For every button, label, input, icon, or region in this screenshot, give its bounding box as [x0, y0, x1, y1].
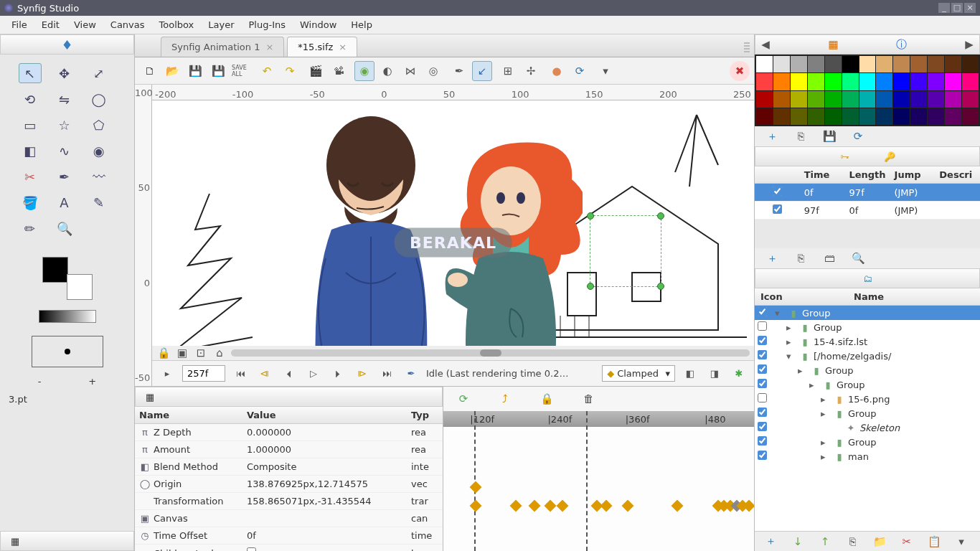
palette-swatch[interactable] — [962, 73, 979, 90]
handle-icon[interactable] — [657, 212, 664, 220]
tool-smooth-move[interactable]: ✥ — [53, 63, 76, 83]
palette-swatch[interactable] — [791, 56, 807, 72]
mode-onion[interactable]: ◎ — [423, 61, 443, 81]
palette-swatch[interactable] — [928, 56, 944, 72]
tool-spline[interactable]: ∿ — [53, 141, 76, 161]
palette-swatch[interactable] — [893, 73, 910, 90]
palette-swatch[interactable] — [928, 108, 944, 125]
palette-swatch[interactable] — [773, 91, 790, 108]
tool-star[interactable]: ☆ — [53, 115, 76, 135]
palette-swatch[interactable] — [928, 73, 944, 90]
layer-row[interactable]: ▸▮Group — [755, 320, 980, 334]
layer-row[interactable]: ▸▮man — [755, 449, 980, 463]
keyframe-props-button[interactable]: 🔍 — [848, 248, 868, 268]
onion-skin[interactable]: ● — [547, 61, 567, 81]
tool-lasso[interactable]: ◉ — [88, 141, 110, 161]
keyframe-row[interactable]: 0f97f(JMP) — [755, 184, 980, 202]
handle-icon[interactable] — [587, 212, 594, 220]
menu-window[interactable]: Window — [294, 17, 342, 32]
palette-swatch[interactable] — [910, 108, 927, 125]
tool-text[interactable]: A — [53, 192, 76, 212]
palette-swatch[interactable] — [910, 91, 927, 108]
keyframe-icon[interactable] — [672, 500, 684, 512]
snap-grid[interactable]: ✢ — [521, 61, 541, 81]
palette-swatch[interactable] — [842, 73, 859, 90]
selection-box[interactable] — [590, 215, 661, 287]
param-row[interactable]: Transformation158.865071px,-31.435544tra… — [135, 493, 443, 510]
palette-swatch[interactable] — [756, 91, 773, 108]
palette-swatch[interactable] — [842, 56, 859, 72]
menu-view[interactable]: View — [68, 17, 102, 32]
menu-edit[interactable]: Edit — [36, 17, 65, 32]
tooloptions-handle[interactable]: ▦ — [0, 531, 134, 551]
layer-cut-button[interactable]: ✂ — [897, 532, 917, 552]
save-as-button[interactable]: 💾 — [208, 61, 228, 81]
prev-keyframe-button[interactable]: ⧏ — [255, 364, 274, 383]
tool-circle[interactable]: ◯ — [88, 89, 110, 109]
play-button[interactable]: ▷ — [304, 364, 323, 383]
tool-draw[interactable]: ✒ — [53, 166, 76, 187]
menu-canvas[interactable]: Canvas — [105, 17, 151, 32]
palette-swatch[interactable] — [910, 73, 927, 90]
palette-swatch[interactable] — [945, 56, 961, 72]
palette-swatch[interactable] — [910, 56, 927, 72]
info-icon[interactable]: ⓘ — [891, 34, 911, 55]
background-color[interactable] — [67, 274, 93, 300]
toolbar-dropdown[interactable]: ▾ — [595, 61, 616, 81]
brush-increase[interactable]: + — [88, 376, 96, 387]
palette-swatch[interactable] — [808, 73, 824, 90]
seek-end-button[interactable]: ⏭ — [377, 364, 396, 383]
menu-file[interactable]: File — [6, 17, 33, 32]
palette-swatch[interactable] — [945, 108, 961, 125]
show-grid[interactable]: ⊞ — [498, 61, 518, 81]
tool-cutout[interactable]: ✂ — [19, 166, 42, 187]
tool-rectangle[interactable]: ▭ — [19, 115, 42, 135]
nav-next-icon[interactable]: ▶ — [959, 34, 979, 55]
new-file-button[interactable]: 🗋 — [139, 61, 159, 81]
param-row[interactable]: ▣Canvascan — [135, 510, 443, 527]
layer-row[interactable]: ▾▮Group — [755, 306, 980, 320]
handle-icon[interactable] — [657, 283, 664, 290]
toolbox-handle[interactable]: ♦ — [0, 34, 134, 55]
palette-swatch[interactable] — [791, 73, 807, 90]
layer-row[interactable]: ▾▮[/home/zelgadis/ — [755, 349, 980, 363]
render-button[interactable]: 🎬 — [306, 61, 326, 81]
tool-zoom[interactable]: 🔍 — [53, 218, 76, 238]
stop-button[interactable]: ✖ — [730, 61, 750, 81]
color-palette[interactable] — [755, 55, 980, 126]
time-ruler[interactable]: |120f|240f|360f|480 — [443, 411, 754, 427]
menu-help[interactable]: Help — [345, 17, 378, 32]
seek-start-button[interactable]: ⏮ — [231, 364, 250, 383]
nav-prev-icon[interactable]: ◀ — [755, 34, 776, 55]
palette-handle[interactable]: ◀ ▦ ⓘ ▶ — [755, 34, 980, 55]
param-row[interactable]: ◯Origin138.876925px,12.714575vec — [135, 476, 443, 493]
next-keyframe-button[interactable]: ⧐ — [353, 364, 372, 383]
save-button[interactable]: 💾 — [185, 61, 205, 81]
save-all-button[interactable]: SAVE ALL — [231, 61, 251, 81]
palette-swatch[interactable] — [962, 108, 979, 125]
palette-swatch[interactable] — [773, 108, 790, 125]
preview-button[interactable]: 📽 — [329, 61, 349, 81]
param-row[interactable]: ◧Blend MethodCompositeinte — [135, 458, 443, 476]
palette-swatch[interactable] — [893, 91, 910, 108]
tool-transform[interactable]: ↖ — [19, 63, 42, 83]
canvas[interactable]: BERAKAL — [152, 100, 754, 346]
palette-swatch[interactable] — [756, 56, 773, 72]
palette-swatch[interactable] — [962, 91, 979, 108]
palette-swatch[interactable] — [893, 108, 910, 125]
keyframe-icon[interactable] — [600, 500, 612, 512]
param-row[interactable]: πZ Depth0.000000rea — [135, 424, 443, 441]
palette-swatch[interactable] — [928, 91, 944, 108]
params-handle[interactable]: ▦ — [135, 387, 443, 407]
tool-eyedrop[interactable]: ✎ — [88, 192, 110, 212]
palette-swatch[interactable] — [808, 56, 824, 72]
layer-group-button[interactable]: 📁 — [870, 532, 890, 552]
palette-swatch[interactable] — [773, 73, 790, 90]
tool-mirror[interactable]: ⇋ — [53, 89, 76, 109]
keyframe-icon[interactable] — [469, 481, 481, 494]
keyframe-icon[interactable] — [557, 500, 569, 512]
caret-icon[interactable]: ▸ — [158, 364, 176, 383]
grip-icon[interactable] — [744, 42, 750, 52]
palette-swatch[interactable] — [825, 56, 842, 72]
timeline-track[interactable]: |120f|240f|360f|480 — [443, 411, 754, 551]
